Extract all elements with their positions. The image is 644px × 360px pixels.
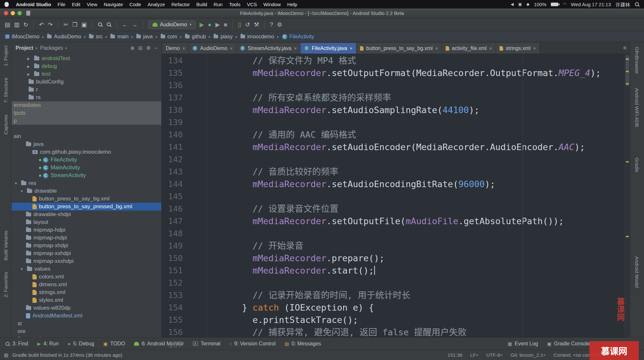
tree-item-mipmap-xxhdpi[interactable]: mipmap-xxhdpi (12, 250, 161, 257)
menu-run[interactable]: Run (210, 2, 226, 7)
tree-item-mipmap-hdpi[interactable]: mipmap-hdpi (12, 226, 161, 234)
tree-item-styles-xml[interactable]: styles.xml (12, 296, 161, 304)
tree-item-ore[interactable]: ore (12, 328, 161, 335)
undo-icon[interactable]: ↶ (39, 22, 44, 28)
line-number-136[interactable]: 136 (162, 79, 207, 92)
breadcrumb-item-fileactivity[interactable]: CFileActivity (282, 34, 314, 40)
close-icon[interactable]: × (350, 45, 353, 51)
close-icon[interactable]: × (489, 45, 492, 51)
menu-file[interactable]: File (54, 2, 68, 7)
line-number-144[interactable]: 144 (162, 178, 207, 190)
tree-item-mipmap-xxxhdpi[interactable]: mipmap-xxxhdpi (12, 257, 161, 265)
line-number-149[interactable]: 149 (162, 240, 207, 252)
tree-item-streamactivity[interactable]: CStreamActivity (12, 172, 161, 179)
line-number-155[interactable]: 155 (162, 314, 207, 326)
tree-item-ain[interactable]: ain (12, 133, 161, 140)
line-number-152[interactable]: 152 (162, 277, 207, 289)
tab-strings-xml[interactable]: strings.xml× (496, 43, 540, 54)
save-all-icon[interactable]: ▥ (14, 22, 19, 28)
back-icon[interactable]: ← (122, 22, 128, 28)
tree-item-p[interactable]: p (12, 117, 161, 125)
build-icon[interactable]: ⚒ (254, 22, 259, 28)
avd-manager-icon[interactable]: ▯ (238, 22, 241, 28)
tool-button-4-run[interactable]: ▶4: Run (37, 341, 59, 347)
tool-tab-gradle[interactable]: Gradle (634, 158, 640, 172)
chevron-collapsed-icon[interactable]: ▶ (27, 72, 32, 76)
menu-vcs[interactable]: VCS (244, 2, 260, 7)
tree-item-ermediates[interactable]: ermediates (12, 101, 161, 109)
line-number-147[interactable]: 147 (162, 215, 207, 227)
project-view-tab-project[interactable]: Project (16, 45, 33, 51)
status-widget-151-36[interactable]: 151:36 (448, 352, 463, 358)
battery-icon[interactable] (551, 3, 558, 6)
line-number-138[interactable]: 138 (162, 104, 207, 116)
line-number-134[interactable]: 134 (162, 55, 207, 67)
warning-mark[interactable] (626, 236, 629, 237)
close-icon[interactable]: × (182, 45, 185, 51)
line-number-151[interactable]: 151 (162, 264, 207, 277)
menu-android-studio[interactable]: Android Studio (13, 2, 54, 7)
help-icon[interactable]: ? (270, 22, 273, 28)
run-icon[interactable]: ▶ (200, 22, 204, 28)
menu-code[interactable]: Code (126, 2, 144, 7)
tab-demo[interactable]: Demo× (162, 43, 189, 54)
menu-navigate[interactable]: Navigate (101, 2, 126, 7)
tool-tab-1-project[interactable]: 1: Project (3, 45, 8, 66)
hide-panel-icon[interactable]: − (155, 45, 157, 51)
breadcrumb-item-com[interactable]: com (161, 34, 177, 40)
close-icon[interactable]: × (230, 45, 233, 51)
tree-item-com-github-piasy-imoocdemo[interactable]: com.github.piasy.imoocdemo (12, 148, 161, 156)
tree-item-values-w820dp[interactable]: values-w820dp (12, 304, 161, 312)
line-number-140[interactable]: 140 (162, 129, 207, 141)
tool-button-5-debug[interactable]: ●5: Debug (68, 341, 94, 347)
window-close-button[interactable] (4, 11, 8, 15)
line-number-137[interactable]: 137 (162, 92, 207, 104)
breadcrumb-item-audiodemo[interactable]: AudioDemo (47, 34, 81, 40)
line-number-145[interactable]: 145 (162, 190, 207, 203)
tab-activity-file-xml[interactable]: activity_file.xml× (442, 43, 496, 54)
tree-item-androidmanifest-xml[interactable]: AndroidManifest.xml (12, 312, 161, 320)
tree-item-test[interactable]: ▶test (12, 70, 161, 78)
menu-build[interactable]: Build (193, 2, 210, 7)
warning-mark[interactable] (626, 58, 629, 60)
tree-item-java[interactable]: java (12, 140, 161, 148)
collapse-all-icon[interactable]: ⊟ (138, 45, 142, 51)
tree-item-st[interactable]: st (12, 320, 161, 328)
menu-help[interactable]: Help (284, 2, 301, 7)
tab-list-icon[interactable]: ≡ (623, 45, 626, 51)
tool-button-3-find[interactable]: 3: Find (5, 341, 28, 347)
line-number-150[interactable]: 150 (162, 252, 207, 264)
tool-tab-gfmbrowser[interactable]: GfmBrowser (634, 47, 640, 74)
gradle-sync-icon[interactable]: ↺ (245, 22, 250, 28)
tool-button-9-version-control[interactable]: ↕9: Version Control (229, 341, 276, 347)
settings-icon[interactable]: ⚙ (277, 22, 282, 28)
status-widget-git-lesson-2-1[interactable]: Git: lesson_2.1÷ (511, 352, 546, 358)
warning-mark[interactable] (626, 161, 629, 162)
paste-icon[interactable]: ▣ (81, 22, 87, 28)
tree-item-fileactivity[interactable]: CFileActivity (12, 156, 161, 164)
line-number-148[interactable]: 148 (162, 227, 207, 240)
line-number-141[interactable]: 141 (162, 141, 207, 153)
menu-analyze[interactable]: Analyze (144, 2, 168, 7)
status-widget-utf-8[interactable]: UTF-8÷ (486, 352, 503, 358)
tree-item-mainactivity[interactable]: CMainActivity (12, 164, 161, 172)
breadcrumb-item-src[interactable]: src (89, 34, 103, 40)
project-view-tab-packages[interactable]: Packages (40, 45, 63, 51)
tool-button-todo[interactable]: ▣TODO (103, 341, 125, 347)
copy-icon[interactable]: ❐ (72, 22, 77, 28)
breadcrumb-item-imoocdemo[interactable]: imoocdemo (241, 34, 274, 40)
bluetooth-icon[interactable]: ◆ (526, 2, 529, 6)
tree-item-strings-xml[interactable]: strings.xml (12, 289, 161, 296)
settings-gear-icon[interactable]: ⚙ (146, 45, 151, 51)
tree-item-drawable-xhdpi[interactable]: drawable-xhdpi (12, 211, 161, 218)
find-icon[interactable] (98, 22, 103, 27)
run-coverage-icon[interactable]: ▶ (215, 22, 220, 28)
stop-icon[interactable]: ■ (224, 22, 227, 28)
close-icon[interactable]: × (533, 45, 536, 51)
volume-icon[interactable]: ◀ (511, 2, 514, 6)
forward-icon[interactable]: → (132, 22, 138, 28)
apple-menu-icon[interactable] (5, 2, 9, 7)
status-widget-lf[interactable]: LF÷ (470, 352, 478, 358)
breadcrumb-item-piasy[interactable]: piasy (214, 34, 232, 40)
line-number-146[interactable]: 146 (162, 203, 207, 215)
